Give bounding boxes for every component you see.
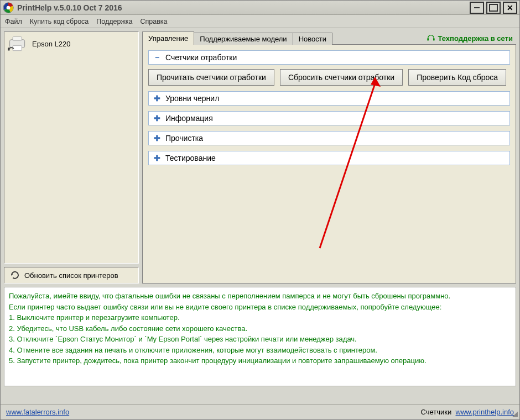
refresh-printers-button[interactable]: Обновить список принтеров bbox=[4, 267, 139, 284]
app-icon bbox=[3, 2, 14, 13]
svg-marker-9 bbox=[371, 77, 381, 87]
plus-icon: ✚ bbox=[153, 94, 161, 103]
printer-item[interactable]: Epson L220 bbox=[8, 35, 135, 52]
tab-control[interactable]: Управление bbox=[142, 32, 194, 45]
annotation-arrow bbox=[314, 77, 386, 254]
plus-icon: ✚ bbox=[153, 154, 161, 162]
titlebar: PrintHelp v.5.0.10 Oct 7 2016 bbox=[1, 1, 519, 15]
check-code-button[interactable]: Проверить Код сброса bbox=[408, 69, 506, 86]
svg-rect-4 bbox=[13, 46, 22, 51]
svg-rect-7 bbox=[433, 38, 435, 41]
status-link-right[interactable]: www.printhelp.info bbox=[456, 408, 514, 416]
read-counters-button[interactable]: Прочитать счетчики отработки bbox=[148, 69, 274, 86]
menu-file[interactable]: Файл bbox=[5, 18, 22, 25]
printer-name: Epson L220 bbox=[32, 40, 70, 48]
svg-line-8 bbox=[320, 83, 375, 248]
minus-icon: − bbox=[153, 53, 161, 62]
tab-bar: Управление Поддерживаемые модели Новости… bbox=[142, 32, 516, 45]
tab-news[interactable]: Новости bbox=[293, 33, 332, 45]
maximize-button[interactable] bbox=[486, 2, 501, 14]
status-label: Счетчики bbox=[421, 408, 452, 416]
status-link-left[interactable]: www.fatalerrors.info bbox=[6, 408, 69, 416]
svg-rect-6 bbox=[428, 38, 429, 41]
refresh-label: Обновить список принтеров bbox=[24, 271, 118, 280]
svg-point-1 bbox=[7, 6, 11, 9]
window-title: PrintHelp v.5.0.10 Oct 7 2016 bbox=[17, 3, 122, 12]
menu-help[interactable]: Справка bbox=[141, 18, 168, 25]
menubar: Файл Купить код сброса Поддержка Справка bbox=[1, 15, 519, 28]
log-output: Пожалуйста, имейте ввиду, что фатальные … bbox=[4, 287, 516, 386]
section-counters[interactable]: − Счетчики отработки bbox=[148, 50, 510, 65]
headset-icon bbox=[427, 34, 435, 43]
printer-icon bbox=[8, 35, 28, 52]
close-button[interactable] bbox=[503, 2, 517, 14]
svg-rect-5 bbox=[8, 48, 10, 50]
tab-models[interactable]: Поддерживаемые модели bbox=[194, 33, 293, 45]
plus-icon: ✚ bbox=[153, 114, 161, 123]
printer-list[interactable]: Epson L220 bbox=[4, 32, 139, 264]
minimize-button[interactable] bbox=[470, 2, 484, 14]
menu-support[interactable]: Поддержка bbox=[96, 18, 132, 25]
svg-rect-3 bbox=[13, 36, 22, 40]
resize-grip-icon[interactable]: ◢ bbox=[512, 410, 518, 418]
status-bar: www.fatalerrors.info Счетчики www.printh… bbox=[1, 404, 519, 419]
plus-icon: ✚ bbox=[153, 134, 161, 143]
refresh-icon bbox=[10, 270, 20, 280]
menu-buy-code[interactable]: Купить код сброса bbox=[30, 18, 89, 25]
tech-support-link[interactable]: Техподдержка в сети bbox=[427, 34, 516, 45]
